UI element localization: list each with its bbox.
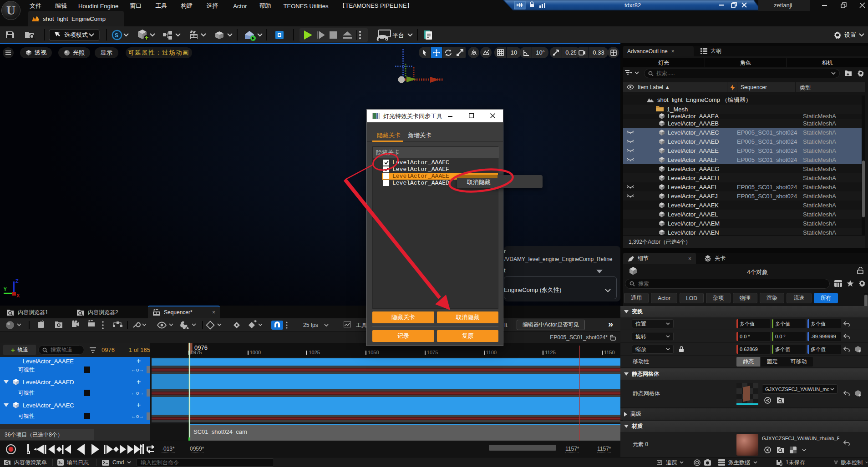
svg-text:tdxr82: tdxr82 <box>624 2 641 9</box>
svg-text:平台: 平台 <box>392 32 404 39</box>
svg-text:选项模式: 选项模式 <box>64 31 88 38</box>
svg-text:X: X <box>16 293 20 298</box>
svg-text:S: S <box>115 32 118 39</box>
svg-text:Z: Z <box>15 278 19 284</box>
svg-text:Y: Y <box>4 287 7 292</box>
